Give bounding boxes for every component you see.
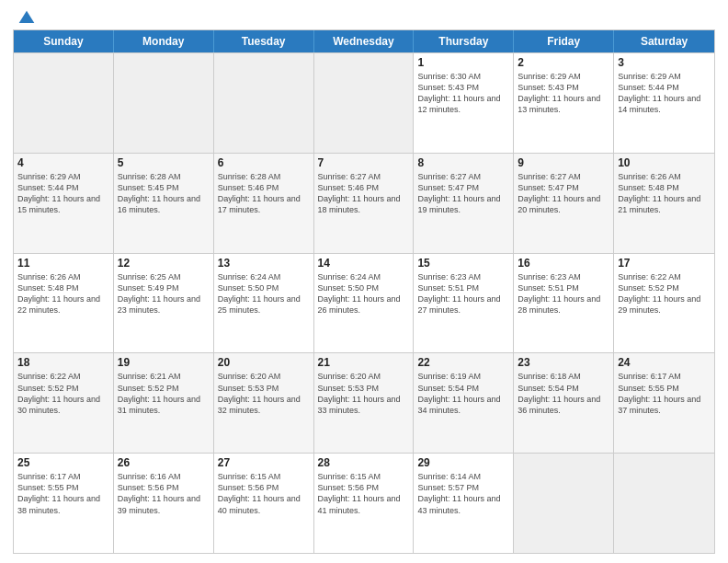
header-day-wednesday: Wednesday: [314, 30, 415, 52]
day-cell-29: 29Sunrise: 6:14 AM Sunset: 5:57 PM Dayli…: [414, 454, 514, 553]
day-number: 4: [17, 156, 109, 169]
day-number: 14: [318, 257, 410, 270]
day-cell-14: 14Sunrise: 6:24 AM Sunset: 5:50 PM Dayli…: [314, 254, 415, 353]
day-number: 9: [518, 156, 609, 169]
day-cell-3: 3Sunrise: 6:29 AM Sunset: 5:44 PM Daylig…: [614, 53, 714, 153]
calendar-header: SundayMondayTuesdayWednesdayThursdayFrid…: [14, 30, 714, 52]
day-info: Sunrise: 6:28 AM Sunset: 5:45 PM Dayligh…: [118, 171, 210, 216]
day-cell-20: 20Sunrise: 6:20 AM Sunset: 5:53 PM Dayli…: [214, 353, 314, 453]
calendar: SundayMondayTuesdayWednesdayThursdayFrid…: [13, 29, 715, 554]
day-cell-6: 6Sunrise: 6:28 AM Sunset: 5:46 PM Daylig…: [214, 154, 314, 253]
day-cell-8: 8Sunrise: 6:27 AM Sunset: 5:47 PM Daylig…: [414, 154, 514, 253]
day-cell-19: 19Sunrise: 6:21 AM Sunset: 5:52 PM Dayli…: [114, 353, 214, 453]
day-number: 7: [318, 156, 410, 169]
day-number: 27: [218, 456, 310, 469]
day-number: 25: [17, 456, 109, 469]
calendar-row-1: 4Sunrise: 6:29 AM Sunset: 5:44 PM Daylig…: [14, 153, 714, 253]
day-info: Sunrise: 6:22 AM Sunset: 5:52 PM Dayligh…: [17, 371, 109, 416]
day-info: Sunrise: 6:23 AM Sunset: 5:51 PM Dayligh…: [518, 271, 609, 316]
day-cell-2: 2Sunrise: 6:29 AM Sunset: 5:43 PM Daylig…: [514, 53, 614, 153]
day-number: 24: [618, 356, 711, 369]
day-cell-9: 9Sunrise: 6:27 AM Sunset: 5:47 PM Daylig…: [514, 154, 614, 253]
day-info: Sunrise: 6:18 AM Sunset: 5:54 PM Dayligh…: [518, 371, 609, 416]
day-cell-17: 17Sunrise: 6:22 AM Sunset: 5:52 PM Dayli…: [614, 254, 714, 353]
day-cell-25: 25Sunrise: 6:17 AM Sunset: 5:55 PM Dayli…: [14, 454, 114, 553]
day-info: Sunrise: 6:17 AM Sunset: 5:55 PM Dayligh…: [17, 471, 109, 516]
day-number: 2: [518, 56, 609, 69]
day-number: 12: [118, 257, 210, 270]
day-cell-empty: [514, 454, 614, 553]
header-day-friday: Friday: [514, 30, 614, 52]
calendar-body: 1Sunrise: 6:30 AM Sunset: 5:43 PM Daylig…: [14, 52, 714, 553]
day-number: 22: [417, 356, 509, 369]
header-day-monday: Monday: [114, 30, 214, 52]
day-info: Sunrise: 6:24 AM Sunset: 5:50 PM Dayligh…: [218, 271, 310, 316]
day-cell-22: 22Sunrise: 6:19 AM Sunset: 5:54 PM Dayli…: [414, 353, 514, 453]
day-cell-10: 10Sunrise: 6:26 AM Sunset: 5:48 PM Dayli…: [614, 154, 714, 253]
day-info: Sunrise: 6:20 AM Sunset: 5:53 PM Dayligh…: [318, 371, 410, 416]
day-cell-23: 23Sunrise: 6:18 AM Sunset: 5:54 PM Dayli…: [514, 353, 614, 453]
day-info: Sunrise: 6:29 AM Sunset: 5:44 PM Dayligh…: [618, 71, 711, 116]
day-cell-24: 24Sunrise: 6:17 AM Sunset: 5:55 PM Dayli…: [614, 353, 714, 453]
day-info: Sunrise: 6:23 AM Sunset: 5:51 PM Dayligh…: [417, 271, 509, 316]
day-number: 15: [417, 257, 509, 270]
day-info: Sunrise: 6:29 AM Sunset: 5:44 PM Dayligh…: [17, 171, 109, 216]
day-cell-26: 26Sunrise: 6:16 AM Sunset: 5:56 PM Dayli…: [114, 454, 214, 553]
day-number: 17: [618, 257, 711, 270]
calendar-row-0: 1Sunrise: 6:30 AM Sunset: 5:43 PM Daylig…: [14, 52, 714, 153]
day-info: Sunrise: 6:15 AM Sunset: 5:56 PM Dayligh…: [218, 471, 310, 516]
day-number: 23: [518, 356, 609, 369]
day-info: Sunrise: 6:26 AM Sunset: 5:48 PM Dayligh…: [618, 171, 711, 216]
day-cell-empty: [614, 454, 714, 553]
day-cell-28: 28Sunrise: 6:15 AM Sunset: 5:56 PM Dayli…: [314, 454, 415, 553]
day-info: Sunrise: 6:27 AM Sunset: 5:47 PM Dayligh…: [518, 171, 609, 216]
day-cell-5: 5Sunrise: 6:28 AM Sunset: 5:45 PM Daylig…: [114, 154, 214, 253]
day-number: 18: [17, 356, 109, 369]
day-info: Sunrise: 6:28 AM Sunset: 5:46 PM Dayligh…: [218, 171, 310, 216]
svg-marker-0: [19, 11, 35, 23]
logo-icon: [17, 9, 36, 28]
day-cell-4: 4Sunrise: 6:29 AM Sunset: 5:44 PM Daylig…: [14, 154, 114, 253]
day-number: 3: [618, 56, 711, 69]
day-cell-27: 27Sunrise: 6:15 AM Sunset: 5:56 PM Dayli…: [214, 454, 314, 553]
day-number: 16: [518, 257, 609, 270]
calendar-row-3: 18Sunrise: 6:22 AM Sunset: 5:52 PM Dayli…: [14, 352, 714, 453]
day-info: Sunrise: 6:21 AM Sunset: 5:52 PM Dayligh…: [118, 371, 210, 416]
day-info: Sunrise: 6:20 AM Sunset: 5:53 PM Dayligh…: [218, 371, 310, 416]
day-number: 19: [118, 356, 210, 369]
calendar-row-2: 11Sunrise: 6:26 AM Sunset: 5:48 PM Dayli…: [14, 253, 714, 353]
day-info: Sunrise: 6:14 AM Sunset: 5:57 PM Dayligh…: [417, 471, 509, 516]
header: [13, 9, 715, 24]
header-day-saturday: Saturday: [614, 30, 714, 52]
day-cell-21: 21Sunrise: 6:20 AM Sunset: 5:53 PM Dayli…: [314, 353, 415, 453]
day-cell-13: 13Sunrise: 6:24 AM Sunset: 5:50 PM Dayli…: [214, 254, 314, 353]
day-cell-empty: [14, 53, 114, 153]
calendar-row-4: 25Sunrise: 6:17 AM Sunset: 5:55 PM Dayli…: [14, 453, 714, 553]
page: SundayMondayTuesdayWednesdayThursdayFrid…: [0, 0, 728, 563]
day-info: Sunrise: 6:29 AM Sunset: 5:43 PM Dayligh…: [518, 71, 609, 116]
day-cell-1: 1Sunrise: 6:30 AM Sunset: 5:43 PM Daylig…: [414, 53, 514, 153]
day-number: 8: [417, 156, 509, 169]
header-day-tuesday: Tuesday: [214, 30, 314, 52]
day-info: Sunrise: 6:27 AM Sunset: 5:47 PM Dayligh…: [417, 171, 509, 216]
day-info: Sunrise: 6:19 AM Sunset: 5:54 PM Dayligh…: [417, 371, 509, 416]
day-info: Sunrise: 6:15 AM Sunset: 5:56 PM Dayligh…: [318, 471, 410, 516]
day-info: Sunrise: 6:27 AM Sunset: 5:46 PM Dayligh…: [318, 171, 410, 216]
day-info: Sunrise: 6:22 AM Sunset: 5:52 PM Dayligh…: [618, 271, 711, 316]
logo: [13, 9, 36, 24]
day-number: 10: [618, 156, 711, 169]
day-cell-empty: [214, 53, 314, 153]
day-number: 21: [318, 356, 410, 369]
day-cell-empty: [314, 53, 415, 153]
header-day-sunday: Sunday: [14, 30, 114, 52]
day-number: 6: [218, 156, 310, 169]
day-info: Sunrise: 6:25 AM Sunset: 5:49 PM Dayligh…: [118, 271, 210, 316]
day-cell-18: 18Sunrise: 6:22 AM Sunset: 5:52 PM Dayli…: [14, 353, 114, 453]
day-info: Sunrise: 6:30 AM Sunset: 5:43 PM Dayligh…: [417, 71, 509, 116]
day-cell-7: 7Sunrise: 6:27 AM Sunset: 5:46 PM Daylig…: [314, 154, 415, 253]
day-number: 20: [218, 356, 310, 369]
day-info: Sunrise: 6:24 AM Sunset: 5:50 PM Dayligh…: [318, 271, 410, 316]
day-number: 13: [218, 257, 310, 270]
day-number: 5: [118, 156, 210, 169]
day-cell-empty: [114, 53, 214, 153]
